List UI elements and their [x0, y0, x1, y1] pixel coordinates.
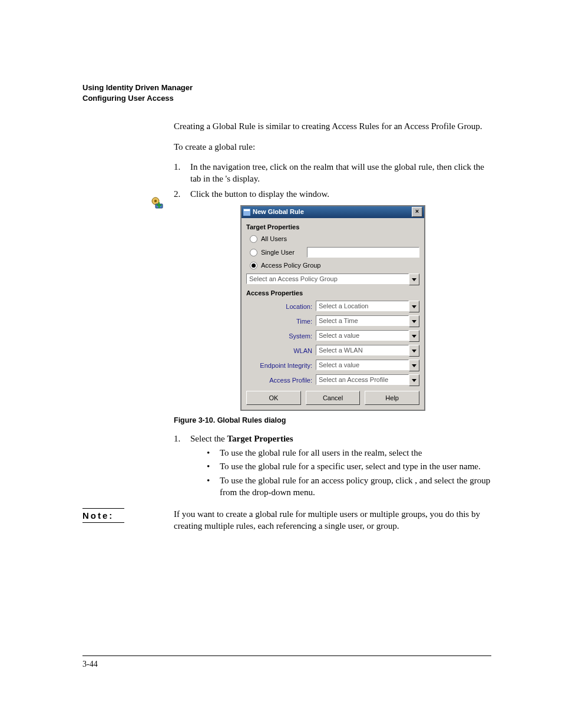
property-row: System:Select a value	[246, 330, 419, 342]
select-value: Select a WLAN	[316, 345, 409, 355]
property-select[interactable]: Select a Location	[316, 301, 419, 312]
radio-access-policy-group[interactable]: Access Policy Group	[250, 261, 419, 270]
radio-icon	[250, 235, 257, 243]
radio-label: Access Policy Group	[261, 261, 320, 270]
property-select[interactable]: Select a Time	[316, 315, 419, 327]
step-number: 1.	[174, 161, 190, 185]
step-text: Select the Target Properties To use the …	[190, 433, 492, 500]
close-icon: ×	[415, 207, 419, 215]
access-policy-group-select[interactable]: Select an Access Policy Group	[246, 274, 419, 285]
property-row: Access Profile:Select an Access Profile	[246, 374, 419, 386]
select-value: Select a value	[316, 360, 409, 370]
help-button[interactable]: Help	[365, 391, 419, 405]
select-value: Select a Location	[316, 301, 409, 311]
cancel-button[interactable]: Cancel	[306, 391, 361, 405]
property-row: Endpoint Integrity:Select a value	[246, 360, 419, 371]
select-value: Select a value	[316, 330, 409, 341]
bullet-item: To use the global rule for an access pol…	[207, 475, 492, 499]
header-line-2: Configuring User Access	[82, 93, 491, 104]
bullet-item: To use the global rule for a specific us…	[207, 460, 492, 472]
radio-label: Single User	[261, 248, 303, 257]
property-select[interactable]: Select a value	[316, 330, 419, 342]
note-label: Note:	[82, 508, 124, 523]
select-value: Select an Access Policy Group	[246, 274, 409, 284]
chevron-down-icon	[409, 330, 419, 342]
radio-single-user[interactable]: Single User	[250, 247, 419, 258]
property-label: System:	[246, 332, 316, 341]
page-footer: 3-44	[82, 655, 491, 669]
select-value: Select a Time	[316, 315, 409, 326]
step-number: 2.	[174, 188, 190, 200]
svg-rect-1	[244, 209, 250, 211]
new-global-rule-dialog: New Global Rule × Target Properties All …	[240, 205, 425, 411]
property-select[interactable]: Select a WLAN	[316, 345, 419, 357]
bullet-item: To use the global rule for all users in …	[207, 447, 492, 459]
property-select[interactable]: Select a value	[316, 360, 419, 371]
intro-paragraph: Creating a Global Rule is similar to cre…	[174, 120, 492, 132]
step-text: Click the button to display the window.	[190, 188, 492, 200]
lead-paragraph: To create a global rule:	[174, 141, 492, 153]
property-label: Location:	[246, 302, 316, 311]
chevron-down-icon	[409, 315, 419, 327]
step-item: 1. Select the Target Properties To use t…	[174, 433, 492, 500]
step-item: 1. In the navigation tree, click on the …	[174, 161, 492, 185]
chevron-down-icon	[409, 345, 419, 357]
property-label: WLAN	[246, 347, 316, 355]
property-select[interactable]: Select an Access Profile	[316, 374, 419, 386]
property-row: Location:Select a Location	[246, 301, 419, 312]
property-label: Access Profile:	[246, 376, 316, 385]
svg-rect-6	[157, 205, 161, 206]
app-icon	[243, 209, 250, 216]
header-line-1: Using Identity Driven Manager	[82, 83, 491, 93]
step-number: 1.	[174, 433, 190, 500]
radio-all-users[interactable]: All Users	[250, 235, 419, 243]
note-block: Note: If you want to create a global rul…	[82, 508, 491, 532]
svg-point-3	[154, 200, 157, 202]
step-text: In the navigation tree, click on the rea…	[190, 161, 492, 185]
property-row: WLANSelect a WLAN	[246, 345, 419, 357]
dialog-titlebar[interactable]: New Global Rule ×	[242, 206, 424, 218]
chevron-down-icon	[409, 360, 419, 371]
property-row: Time:Select a Time	[246, 315, 419, 327]
radio-icon	[250, 262, 257, 269]
figure-caption: Figure 3-10. Global Rules dialog	[174, 416, 492, 426]
dialog-title: New Global Rule	[253, 207, 304, 216]
page-number: 3-44	[82, 660, 98, 668]
property-label: Time:	[246, 317, 316, 326]
close-button[interactable]: ×	[412, 207, 422, 217]
property-label: Endpoint Integrity:	[246, 361, 316, 370]
ok-button[interactable]: OK	[246, 391, 301, 405]
select-value: Select an Access Profile	[316, 374, 409, 385]
step-item: 2. Click the button to display the windo…	[174, 188, 492, 200]
chevron-down-icon	[409, 274, 419, 285]
new-rule-icon	[151, 196, 164, 209]
radio-label: All Users	[261, 235, 287, 243]
single-user-input[interactable]	[307, 247, 419, 258]
chevron-down-icon	[409, 301, 419, 312]
chevron-down-icon	[409, 374, 419, 386]
access-properties-label: Access Properties	[246, 289, 419, 298]
target-properties-label: Target Properties	[246, 223, 419, 232]
radio-icon	[250, 249, 257, 256]
page-header: Using Identity Driven Manager Configurin…	[82, 83, 491, 104]
note-text: If you want to create a global rule for …	[174, 508, 491, 532]
